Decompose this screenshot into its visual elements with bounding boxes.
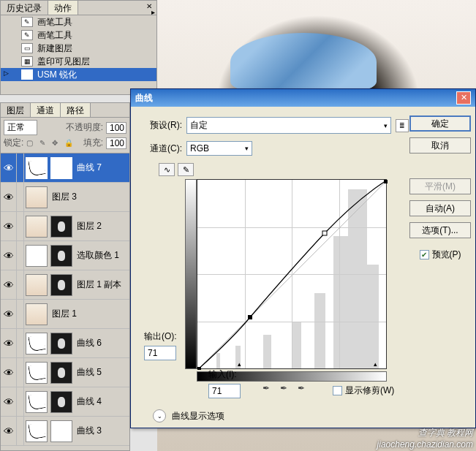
close-icon[interactable]: ✕ xyxy=(456,91,471,105)
cancel-button[interactable]: 取消 xyxy=(409,137,471,154)
visibility-eye-icon[interactable]: 👁 xyxy=(1,270,17,299)
auto-button[interactable]: 自动(A) xyxy=(409,200,471,216)
history-item[interactable]: ▦盖印可见图层 xyxy=(1,55,156,68)
layer-row[interactable]: 👁选取颜色 1 xyxy=(1,241,129,270)
layer-row[interactable]: 👁曲线 6 xyxy=(1,329,129,358)
layer-thumb[interactable] xyxy=(26,274,48,296)
fill-input[interactable]: 100 xyxy=(106,137,126,149)
brush-icon: ✎ xyxy=(21,30,33,40)
layer-thumb[interactable] xyxy=(26,391,48,413)
mask-thumb[interactable] xyxy=(50,362,72,384)
visibility-eye-icon[interactable]: 👁 xyxy=(1,300,17,328)
smooth-button: 平滑(M) xyxy=(409,178,471,194)
options-button[interactable]: 选项(T)... xyxy=(409,222,471,238)
visibility-eye-icon[interactable]: 👁 xyxy=(1,358,17,387)
layer-name-label: 曲线 5 xyxy=(77,366,129,379)
lock-icons[interactable]: ▢ ✎ ✥ 🔒 xyxy=(26,139,75,147)
history-label: 盖印可见图层 xyxy=(37,56,90,68)
preview-checkbox[interactable]: ✔ xyxy=(420,250,429,259)
layer-row[interactable]: 👁曲线 3 xyxy=(1,417,129,446)
dialog-button-column: 确定 取消 平滑(M) 自动(A) 选项(T)... ✔ 预览(P) xyxy=(407,115,474,261)
svg-rect-3 xyxy=(322,231,327,235)
layer-row[interactable]: 👁图层 1 副本 xyxy=(1,270,129,300)
layer-row[interactable]: 👁曲线 7 xyxy=(1,154,129,183)
history-item[interactable]: ✎画笔工具 xyxy=(1,29,156,42)
layer-name-label: 选取颜色 1 xyxy=(77,249,129,262)
mask-thumb[interactable] xyxy=(50,274,72,296)
layer-thumb[interactable] xyxy=(26,157,48,179)
mask-thumb[interactable] xyxy=(50,391,72,413)
visibility-eye-icon[interactable]: 👁 xyxy=(1,183,17,211)
mask-thumb[interactable] xyxy=(50,420,72,442)
layer-row[interactable]: 👁图层 2 xyxy=(1,212,129,241)
visibility-eye-icon[interactable]: 👁 xyxy=(1,417,17,445)
blend-mode-select[interactable]: 正常 xyxy=(4,120,37,135)
mask-thumb[interactable] xyxy=(50,157,72,179)
mask-thumb[interactable] xyxy=(50,333,72,355)
channel-value: RGB xyxy=(190,143,209,154)
expand-options-icon[interactable]: ⌄ xyxy=(153,409,166,422)
slider-marker-icon[interactable]: ▴ xyxy=(374,360,377,368)
eyedropper-white-icon[interactable]: ✒ xyxy=(298,383,305,393)
link-column xyxy=(17,417,24,445)
tab-history[interactable]: 历史记录 xyxy=(1,1,48,15)
layer-row[interactable]: 👁曲线 5 xyxy=(1,358,129,387)
panel-menu-icon[interactable]: ▸ xyxy=(151,8,155,16)
layer-thumb[interactable] xyxy=(26,362,48,384)
chevron-down-icon: ▾ xyxy=(384,122,388,129)
layer-row[interactable]: 👁曲线 4 xyxy=(1,387,129,417)
layer-thumb[interactable] xyxy=(26,420,48,442)
preset-select[interactable]: 自定 ▾ xyxy=(186,117,391,134)
opacity-label: 不透明度: xyxy=(66,121,103,134)
visibility-eye-icon[interactable]: 👁 xyxy=(1,329,17,357)
channel-select[interactable]: RGB ▾ xyxy=(186,141,252,156)
new-layer-icon: ▭ xyxy=(21,43,33,53)
history-label: 新建图层 xyxy=(37,42,72,55)
preview-label: 预览(P) xyxy=(432,249,461,261)
visibility-eye-icon[interactable]: 👁 xyxy=(1,154,17,182)
tab-layers[interactable]: 图层 xyxy=(1,103,31,117)
history-item[interactable]: ▭新建图层 xyxy=(1,42,156,55)
layer-name-label: 曲线 7 xyxy=(77,162,129,174)
history-item[interactable]: ▤USM 锐化 xyxy=(1,68,156,81)
layer-row[interactable]: 👁图层 3 xyxy=(1,183,129,212)
mask-thumb[interactable] xyxy=(50,216,72,238)
link-column xyxy=(17,358,24,387)
mask-thumb[interactable] xyxy=(50,245,72,267)
ok-button[interactable]: 确定 xyxy=(409,115,471,132)
layer-thumb[interactable] xyxy=(26,303,48,325)
eyedropper-black-icon[interactable]: ✒ xyxy=(262,383,270,393)
curve-graph[interactable] xyxy=(197,179,387,369)
tab-paths[interactable]: 路径 xyxy=(61,103,91,117)
link-column xyxy=(17,241,24,270)
layer-name-label: 曲线 3 xyxy=(77,425,129,437)
tab-channels[interactable]: 通道 xyxy=(31,103,61,117)
svg-rect-4 xyxy=(384,180,388,183)
preset-value: 自定 xyxy=(190,119,208,132)
slider-marker-icon[interactable]: ▴ xyxy=(238,360,241,368)
layer-thumb[interactable] xyxy=(26,216,48,238)
chevron-down-icon: ▾ xyxy=(245,145,249,152)
input-input[interactable] xyxy=(208,384,241,398)
layer-thumb[interactable] xyxy=(26,245,48,267)
visibility-eye-icon[interactable]: 👁 xyxy=(1,212,17,240)
dialog-titlebar[interactable]: 曲线 ✕ xyxy=(131,89,475,107)
brush-icon: ✎ xyxy=(21,17,33,27)
visibility-eye-icon[interactable]: 👁 xyxy=(1,387,17,416)
layer-thumb[interactable] xyxy=(26,333,48,355)
history-item[interactable]: ✎画笔工具 xyxy=(1,15,156,29)
eyedropper-gray-icon[interactable]: ✒ xyxy=(280,383,287,393)
opacity-input[interactable]: 100 xyxy=(106,122,126,134)
curve-tool-icon[interactable]: ∿ xyxy=(159,163,175,176)
visibility-eye-icon[interactable]: 👁 xyxy=(1,241,17,270)
link-column xyxy=(17,154,24,182)
layer-row[interactable]: 👁图层 1 xyxy=(1,300,129,329)
link-column xyxy=(17,183,24,211)
show-clip-checkbox[interactable] xyxy=(333,386,342,395)
link-column xyxy=(17,270,24,299)
tab-actions[interactable]: 动作 xyxy=(48,1,78,15)
output-input[interactable] xyxy=(144,346,176,360)
layer-thumb[interactable] xyxy=(26,186,48,208)
pencil-tool-icon[interactable]: ✎ xyxy=(178,163,194,176)
svg-line-0 xyxy=(197,180,388,370)
